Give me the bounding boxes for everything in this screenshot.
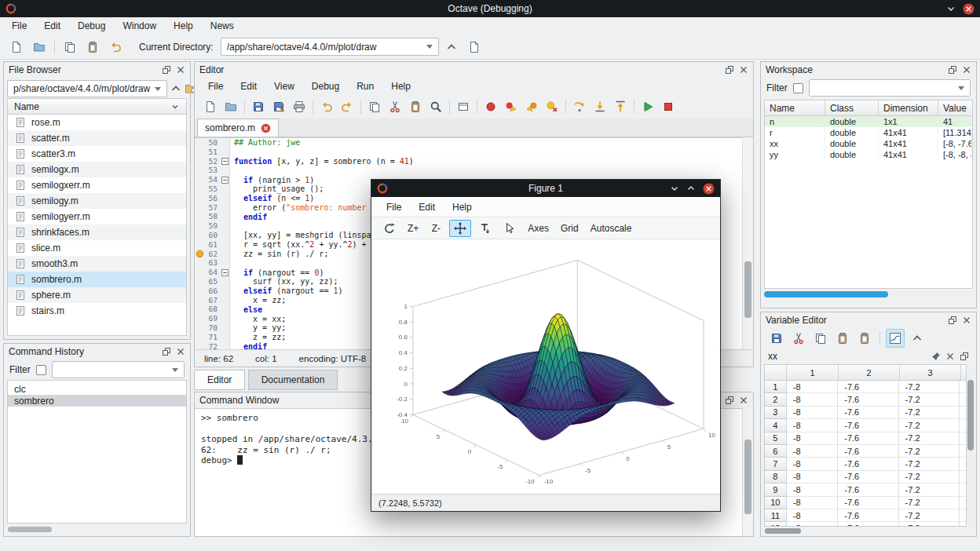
minimize-icon[interactable] [670, 184, 679, 193]
breakpoint-margin[interactable] [195, 323, 204, 333]
toggle-breakpoint-button[interactable] [481, 97, 500, 116]
step-button[interactable] [570, 97, 589, 116]
cell-value[interactable]: -7.2 [899, 497, 960, 509]
workspace-row-n[interactable]: ndouble1x141 [765, 116, 972, 127]
undock-icon[interactable] [162, 65, 171, 75]
cell-value[interactable]: -7.2 [899, 407, 960, 419]
variable-row-4[interactable]: 4-8-7.6-7.2 [765, 419, 966, 432]
cell-value[interactable]: -7.6 [838, 509, 898, 522]
cell-value[interactable]: -8 [787, 483, 838, 496]
undo-button[interactable] [317, 97, 336, 116]
tab-sombrero[interactable]: sombrero.m [197, 119, 279, 137]
cell-value[interactable]: -7.6 [838, 407, 898, 419]
code-line-52[interactable]: 52function [x, y, z] = sombrero (n = 41) [195, 157, 742, 166]
autoscale-button[interactable]: Autoscale [587, 220, 636, 237]
cell-value[interactable]: -7.2 [899, 509, 960, 522]
workspace-row-xx[interactable]: xxdouble41x41[-8, -7.6 [765, 138, 972, 149]
save-file-button[interactable] [249, 97, 268, 116]
close-icon[interactable] [739, 396, 748, 405]
copy-button[interactable] [811, 329, 830, 348]
breakpoint-margin[interactable] [195, 286, 204, 296]
figure-menu-help[interactable]: Help [444, 197, 481, 217]
menu-window[interactable]: Window [114, 17, 165, 35]
file-row-semilogyerr.m[interactable]: semilogyerr.m [8, 209, 186, 224]
cell-value[interactable]: -7.6 [838, 497, 898, 509]
cell-value[interactable]: -7.2 [899, 445, 960, 458]
row-header[interactable]: 4 [765, 419, 787, 432]
cell-value[interactable]: -7.2 [899, 471, 960, 483]
breakpoint-margin[interactable] [195, 305, 204, 314]
window-menu-icon[interactable] [946, 4, 956, 13]
find-replace-button[interactable] [426, 97, 445, 116]
grid-button[interactable]: Grid [557, 220, 583, 237]
variable-editor-hscrollbar[interactable] [765, 528, 801, 534]
file-row-shrinkfaces.m[interactable]: shrinkfaces.m [8, 224, 186, 240]
paste-button[interactable] [406, 97, 425, 116]
cell-value[interactable]: -8 [787, 381, 838, 393]
file-row-sphere.m[interactable]: sphere.m [8, 287, 186, 303]
close-icon[interactable] [739, 65, 748, 75]
row-header[interactable]: 2 [765, 393, 787, 406]
variable-row-9[interactable]: 9-8-7.6-7.2 [765, 483, 966, 496]
history-item-clc[interactable]: clc [8, 383, 186, 395]
breakpoint-margin[interactable] [195, 296, 204, 305]
print-button[interactable] [290, 97, 309, 116]
cell-value[interactable]: -8 [787, 522, 838, 527]
breakpoint-margin[interactable] [195, 314, 204, 323]
cell-value[interactable]: -8 [787, 497, 838, 509]
command-history-header[interactable]: Command History [4, 344, 190, 359]
paste-button[interactable] [833, 329, 852, 348]
debug-pointer-icon[interactable] [195, 250, 204, 259]
horizontal-scrollbar[interactable] [8, 527, 52, 532]
open-file-button[interactable] [29, 37, 49, 57]
cell-value[interactable]: -8 [787, 509, 838, 522]
breakpoint-margin[interactable] [195, 231, 204, 240]
breakpoint-margin[interactable] [195, 258, 204, 268]
cell-value[interactable]: -7.6 [838, 522, 898, 527]
row-header[interactable]: 11 [765, 509, 787, 522]
editor-menu-file[interactable]: File [199, 78, 232, 95]
figure-menu-file[interactable]: File [378, 197, 410, 217]
redo-button[interactable] [338, 97, 357, 116]
breakpoint-margin[interactable] [195, 240, 204, 250]
plot-variable-button[interactable] [886, 329, 905, 348]
row-header[interactable]: 3 [765, 407, 787, 419]
undock-icon[interactable] [725, 65, 734, 75]
row-header[interactable]: 7 [765, 458, 787, 470]
undock-icon[interactable] [725, 396, 734, 405]
cell-value[interactable]: -7.2 [899, 381, 960, 393]
cell-value[interactable]: -7.6 [838, 445, 898, 458]
new-file-button[interactable] [201, 97, 220, 116]
step-out-button[interactable] [611, 97, 630, 116]
row-header[interactable]: 8 [765, 471, 787, 483]
editor-menu-edit[interactable]: Edit [232, 78, 265, 95]
code-line-51[interactable]: 51 [195, 148, 742, 157]
cell-value[interactable]: -7.6 [838, 432, 898, 445]
scrollbar-thumb[interactable] [744, 440, 751, 514]
row-header[interactable]: 1 [765, 381, 787, 393]
column-header-value[interactable]: Value [938, 100, 972, 116]
pin-icon[interactable] [931, 352, 941, 361]
save-variable-button[interactable] [767, 329, 786, 348]
close-icon[interactable] [945, 352, 955, 361]
browse-directory-button[interactable] [464, 37, 485, 57]
editor-menu-help[interactable]: Help [382, 78, 419, 95]
breakpoint-margin[interactable] [195, 138, 204, 148]
workspace-header[interactable]: Workspace [761, 62, 976, 78]
editor-header[interactable]: Editor [195, 62, 753, 78]
filter-combo[interactable] [809, 79, 971, 97]
breakpoint-margin[interactable] [195, 203, 204, 213]
workspace-row-yy[interactable]: yydouble41x41[-8, -8, - [765, 149, 972, 160]
cell-value[interactable]: -8 [787, 445, 838, 458]
undock-icon[interactable] [948, 316, 957, 325]
copy-button[interactable] [365, 97, 384, 116]
cell-value[interactable]: -7.2 [899, 419, 960, 432]
previous-breakpoint-button[interactable] [522, 97, 541, 116]
column-header-name[interactable]: Name [765, 100, 825, 116]
current-directory-combo[interactable]: /app/share/octave/4.4.0/m/plot/draw [221, 38, 439, 56]
breakpoint-margin[interactable] [195, 166, 204, 175]
stop-debug-button[interactable] [659, 97, 678, 116]
file-row-semilogxerr.m[interactable]: semilogxerr.m [8, 177, 186, 193]
tab-editor[interactable]: Editor [194, 370, 245, 390]
history-item-sombrero[interactable]: sombrero [8, 395, 186, 407]
